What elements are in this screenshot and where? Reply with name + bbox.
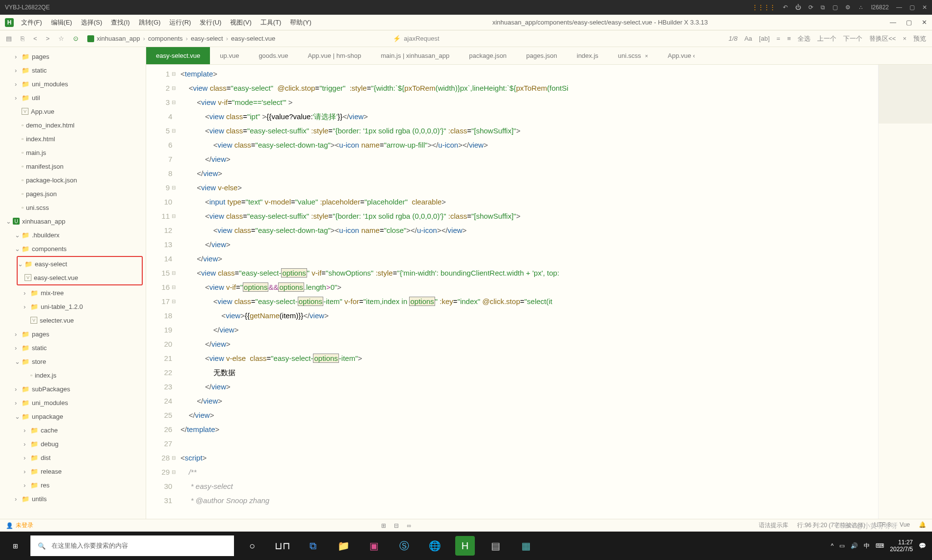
gear-icon[interactable]: ⚙	[845, 4, 851, 11]
tree-item[interactable]: ›📁subPackages	[0, 382, 146, 396]
start-button[interactable]: ⊞	[0, 532, 30, 560]
login-status[interactable]: 👤未登录	[6, 521, 33, 530]
status-icon-1[interactable]: ⊞	[381, 522, 386, 529]
task-hbuilder[interactable]: H	[455, 536, 475, 556]
editor-tab[interactable]: pages.json	[517, 47, 567, 64]
editor-tab[interactable]: easy-select.vue	[146, 47, 210, 64]
menu-view[interactable]: 视图(V)	[230, 18, 251, 27]
tree-item[interactable]: ›📁mix-tree	[0, 286, 146, 300]
tree-item[interactable]: ▫pages.json	[0, 187, 146, 201]
system-tray[interactable]: ^ ▭ 🔊 中 ⌨ 11:27 2022/7/5 💬	[831, 539, 932, 553]
maximize-icon[interactable]: ▢	[909, 4, 915, 11]
opt-lines[interactable]: ≡	[787, 35, 791, 42]
tree-item[interactable]: ▫package-lock.json	[0, 173, 146, 187]
task-chrome[interactable]: 🌐	[419, 532, 450, 560]
task-notepad[interactable]: ▤	[480, 532, 511, 560]
tree-item[interactable]: ›📁res	[0, 478, 146, 492]
editor-tab[interactable]: up.vue	[210, 47, 249, 64]
app-maximize-icon[interactable]: ▢	[906, 19, 912, 26]
menu-file[interactable]: 文件(F)	[21, 18, 42, 27]
loading-icon[interactable]: ⟳	[808, 4, 813, 11]
task-vscode[interactable]: ⧉	[298, 532, 328, 560]
task-view[interactable]: ⊔⊓	[267, 532, 298, 560]
editor-tab[interactable]: package.json	[459, 47, 517, 64]
task-cortana[interactable]: ○	[237, 532, 267, 560]
tree-item[interactable]: Vselecter.vue	[0, 313, 146, 327]
square-icon[interactable]: ▢	[832, 4, 838, 11]
tree-item[interactable]: ›📁release	[0, 464, 146, 478]
tree-item[interactable]: ⌄📁unpackage	[0, 409, 146, 423]
back-icon[interactable]: <	[33, 35, 37, 42]
tree-item[interactable]: ›📁uni_modules	[0, 396, 146, 409]
tree-item[interactable]: ⌄📁easy-select	[18, 257, 142, 271]
tree-item[interactable]: ›📁debug	[0, 437, 146, 451]
tree-item[interactable]: ›📁util	[0, 91, 146, 104]
editor-tab[interactable]: App.vue | hm-shop	[298, 47, 371, 64]
status-icon-2[interactable]: ⊟	[394, 522, 399, 529]
tree-item[interactable]: ⌄📁.hbuilderx	[0, 228, 146, 242]
menu-help[interactable]: 帮助(Y)	[290, 18, 311, 27]
tree-item[interactable]: Veasy-select.vue	[18, 271, 142, 284]
play-icon[interactable]: ⊙	[73, 35, 78, 42]
menu-find[interactable]: 查找(I)	[111, 18, 129, 27]
tray-notification-icon[interactable]: 💬	[919, 542, 926, 549]
minimize-icon[interactable]: —	[896, 4, 902, 11]
task-app1[interactable]: ▣	[359, 532, 389, 560]
syntax-lib[interactable]: 语法提示库	[759, 521, 788, 530]
tree-item[interactable]: ▫demo_index.html	[0, 118, 146, 132]
menu-select[interactable]: 选择(S)	[81, 18, 102, 27]
tree-item[interactable]: ▫manifest.json	[0, 159, 146, 173]
menu-goto[interactable]: 跳转(G)	[139, 18, 161, 27]
tree-item[interactable]: ▫main.js	[0, 146, 146, 159]
forward-icon[interactable]: >	[46, 35, 50, 42]
language[interactable]: Vue	[900, 521, 910, 530]
tree-item[interactable]: ›📁dist	[0, 451, 146, 464]
tray-ime-icon[interactable]: 中	[864, 542, 870, 550]
code-editor[interactable]: <template> <view class="easy-select" @cl…	[181, 65, 878, 519]
reply-icon[interactable]: ↶	[783, 4, 788, 11]
clock[interactable]: 11:27 2022/7/5	[890, 539, 913, 553]
panel-icon[interactable]: ▤	[6, 35, 12, 42]
btn-preview[interactable]: 预览	[913, 34, 926, 43]
taskbar-search[interactable]: 🔍 在这里输入你要搜索的内容	[30, 535, 234, 556]
tree-item[interactable]: VApp.vue	[0, 104, 146, 118]
tree-item[interactable]: ›📁static	[0, 63, 146, 77]
tray-volume-icon[interactable]: 🔊	[851, 542, 858, 549]
tree-item[interactable]: ›📁untils	[0, 492, 146, 506]
encoding[interactable]: UTF-8	[874, 521, 891, 530]
tree-item[interactable]: ›📁pages	[0, 50, 146, 63]
tree-item[interactable]: ▫index.html	[0, 132, 146, 146]
btn-prev[interactable]: 上一个	[817, 34, 836, 43]
status-icon-3[interactable]: ∞	[407, 522, 411, 529]
menu-run[interactable]: 运行(R)	[169, 18, 191, 27]
tray-battery-icon[interactable]: ▭	[839, 542, 845, 549]
tray-chevron-icon[interactable]: ^	[831, 542, 834, 549]
close-icon[interactable]: ✕	[922, 4, 927, 11]
function-indicator[interactable]: ⚡ajaxRequest	[393, 35, 439, 42]
tree-item[interactable]: ▫uni.scss	[0, 201, 146, 214]
task-explorer[interactable]: 📁	[328, 532, 359, 560]
newfile-icon[interactable]: ⎘	[21, 35, 25, 42]
btn-next[interactable]: 下一个	[843, 34, 862, 43]
bell-icon[interactable]: 🔔	[919, 521, 926, 530]
menu-publish[interactable]: 发行(U)	[200, 18, 221, 27]
editor-tab[interactable]: goods.vue	[249, 47, 298, 64]
minimap[interactable]	[878, 65, 932, 519]
task-app2[interactable]: ▦	[511, 532, 541, 560]
tree-item[interactable]: ⌄Uxinhuasan_app	[0, 214, 146, 228]
menu-tools[interactable]: 工具(T)	[260, 18, 282, 27]
tree-item[interactable]: ›📁pages	[0, 327, 146, 341]
tree-item[interactable]: ⌄📁components	[0, 242, 146, 255]
btn-close-search[interactable]: ×	[903, 35, 906, 42]
tree-item[interactable]: ⌄📁store	[0, 355, 146, 368]
app-minimize-icon[interactable]: —	[890, 19, 896, 26]
tree-item[interactable]: ›📁static	[0, 341, 146, 355]
editor-tab[interactable]: uni.scss×	[608, 47, 658, 64]
tree-item[interactable]: ▫index.js	[0, 368, 146, 382]
editor-tab[interactable]: main.js | xinhuasan_app	[371, 47, 459, 64]
opt-case[interactable]: Aa	[744, 35, 752, 42]
overlap-icon[interactable]: ⧉	[821, 4, 825, 11]
task-skype[interactable]: Ⓢ	[389, 532, 419, 560]
editor-tab[interactable]: index.js	[567, 47, 608, 64]
tray-keyboard-icon[interactable]: ⌨	[876, 542, 884, 549]
